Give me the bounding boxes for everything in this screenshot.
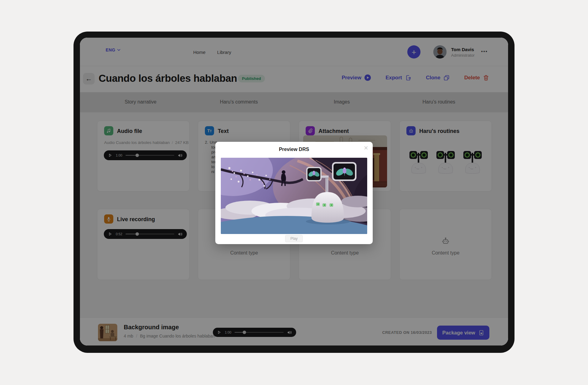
modal-title: Preview DRS (215, 147, 373, 152)
close-icon[interactable]: × (364, 144, 368, 152)
modal-play-button[interactable]: Play (285, 235, 303, 242)
tablet-frame: ENG Home Library + Tom Davis Administrat… (74, 32, 514, 353)
preview-drs-modal: Preview DRS × (215, 142, 373, 244)
page-background: ENG Home Library + Tom Davis Administrat… (0, 0, 588, 385)
preview-scene-image (221, 158, 367, 234)
app-screen: ENG Home Library + Tom Davis Administrat… (80, 38, 508, 345)
